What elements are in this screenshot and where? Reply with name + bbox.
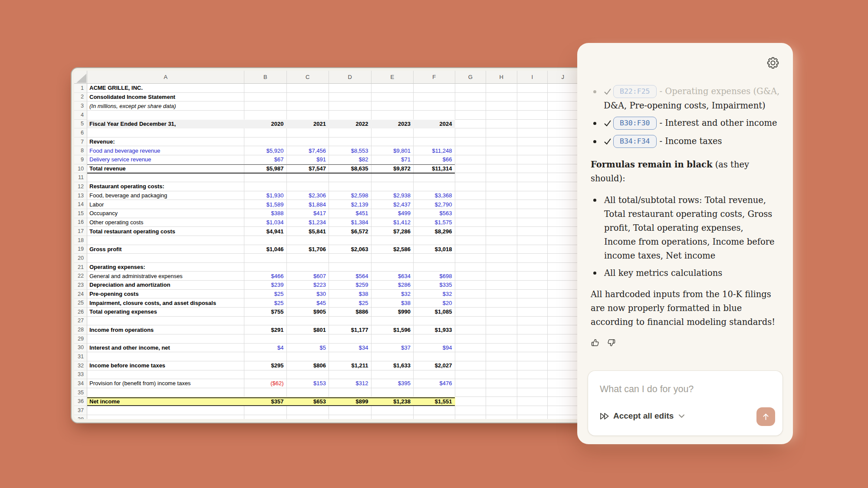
cell-B11[interactable] [244, 173, 287, 182]
cell-A4[interactable] [87, 111, 244, 120]
cell-range-chip[interactable]: B30:F30 [613, 117, 657, 130]
cell-F15[interactable]: $563 [414, 209, 455, 218]
cell-F26[interactable]: $1,085 [414, 308, 455, 317]
cell-B2[interactable] [244, 93, 287, 102]
cell-B15[interactable]: $388 [244, 209, 287, 218]
cell-H8[interactable] [486, 146, 517, 155]
cell-D27[interactable] [329, 317, 372, 326]
cell-A24[interactable]: Pre-opening costs [87, 290, 244, 299]
cell-G26[interactable] [455, 308, 487, 317]
cell-G10[interactable] [455, 164, 487, 174]
cell-B24[interactable]: $25 [244, 290, 287, 299]
cell-I2[interactable] [517, 93, 548, 102]
cell-E17[interactable]: $7,286 [372, 227, 414, 236]
cell-range-chip[interactable]: B34:F34 [613, 135, 657, 148]
cell-H17[interactable] [486, 227, 517, 236]
cell-A21[interactable]: Operating expenses: [87, 263, 244, 272]
cell-G37[interactable] [455, 406, 487, 415]
row-number-3[interactable]: 3 [74, 102, 87, 111]
cell-I6[interactable] [517, 128, 548, 138]
cell-C26[interactable]: $905 [287, 308, 329, 317]
cell-A6[interactable] [87, 128, 244, 138]
cell-J38[interactable] [548, 415, 579, 419]
cell-G21[interactable] [455, 263, 487, 272]
cell-D24[interactable]: $38 [329, 290, 372, 299]
cell-A11[interactable] [87, 173, 244, 182]
cell-I3[interactable] [517, 102, 548, 111]
cell-E15[interactable]: $499 [372, 209, 414, 218]
send-button[interactable] [756, 407, 775, 426]
cell-F16[interactable]: $1,575 [414, 218, 455, 227]
cell-B36[interactable]: $357 [244, 397, 287, 406]
cell-H2[interactable] [486, 93, 517, 102]
cell-J18[interactable] [548, 236, 579, 245]
cell-B7[interactable] [244, 138, 287, 147]
cell-D25[interactable]: $25 [329, 298, 372, 308]
cell-D32[interactable]: $1,211 [329, 361, 372, 370]
cell-A23[interactable]: Depreciation and amortization [87, 281, 244, 290]
thumbs-down-button[interactable] [606, 337, 617, 348]
cell-C34[interactable]: $153 [287, 379, 329, 388]
cell-B31[interactable] [244, 352, 287, 361]
chat-input-placeholder[interactable]: What can I do for you? [600, 384, 694, 395]
cell-F34[interactable]: $476 [414, 379, 455, 388]
cell-E24[interactable]: $32 [372, 290, 414, 299]
cell-C13[interactable]: $2,306 [287, 191, 329, 200]
cell-J7[interactable] [548, 138, 579, 147]
cell-E19[interactable]: $2,586 [372, 245, 414, 254]
cell-C24[interactable]: $30 [287, 290, 329, 299]
row-number-20[interactable]: 20 [74, 254, 87, 263]
cell-E10[interactable]: $9,872 [372, 164, 414, 174]
row-number-14[interactable]: 14 [74, 200, 87, 209]
cell-G18[interactable] [455, 236, 487, 245]
cell-J37[interactable] [548, 406, 579, 415]
cell-B1[interactable] [244, 84, 287, 93]
column-header-C[interactable]: C [287, 71, 329, 84]
cell-F28[interactable]: $1,933 [414, 325, 455, 334]
cell-D6[interactable] [329, 128, 372, 138]
cell-B25[interactable]: $25 [244, 298, 287, 308]
cell-J29[interactable] [548, 334, 579, 344]
cell-F7[interactable] [414, 138, 455, 147]
cell-J20[interactable] [548, 254, 579, 263]
row-number-7[interactable]: 7 [74, 138, 87, 147]
cell-I32[interactable] [517, 361, 548, 370]
cell-G22[interactable] [455, 272, 487, 281]
cell-D21[interactable] [329, 263, 372, 272]
cell-A38[interactable] [87, 415, 244, 419]
cell-B28[interactable]: $291 [244, 325, 287, 334]
cell-F27[interactable] [414, 317, 455, 326]
cell-I14[interactable] [517, 200, 548, 209]
cell-H34[interactable] [486, 379, 517, 388]
cell-B19[interactable]: $1,046 [244, 245, 287, 254]
cell-J19[interactable] [548, 245, 579, 254]
cell-F20[interactable] [414, 254, 455, 263]
cell-C28[interactable]: $801 [287, 325, 329, 334]
cell-F37[interactable] [414, 406, 455, 415]
row-number-2[interactable]: 2 [74, 93, 87, 102]
cell-E8[interactable]: $9,801 [372, 146, 414, 155]
column-header-H[interactable]: H [486, 71, 517, 84]
cell-F21[interactable] [414, 263, 455, 272]
row-number-32[interactable]: 32 [74, 361, 87, 370]
cell-F31[interactable] [414, 352, 455, 361]
cell-F6[interactable] [414, 128, 455, 138]
cell-I4[interactable] [517, 111, 548, 120]
cell-D19[interactable]: $2,063 [329, 245, 372, 254]
cell-F38[interactable] [414, 415, 455, 419]
cell-F2[interactable] [414, 93, 455, 102]
cell-C18[interactable] [287, 236, 329, 245]
row-number-30[interactable]: 30 [74, 344, 87, 353]
cell-F8[interactable]: $11,248 [414, 146, 455, 155]
cell-C1[interactable] [287, 84, 329, 93]
cell-B20[interactable] [244, 254, 287, 263]
cell-H20[interactable] [486, 254, 517, 263]
cell-D36[interactable]: $899 [329, 397, 372, 406]
cell-B5[interactable]: 2020 [244, 120, 287, 129]
row-number-18[interactable]: 18 [74, 236, 87, 245]
row-number-31[interactable]: 31 [74, 352, 87, 361]
cell-A25[interactable]: Impairment, closure costs, and asset dis… [87, 298, 244, 308]
cell-H11[interactable] [486, 173, 517, 182]
cell-C14[interactable]: $1,884 [287, 200, 329, 209]
cell-J5[interactable] [548, 120, 579, 129]
